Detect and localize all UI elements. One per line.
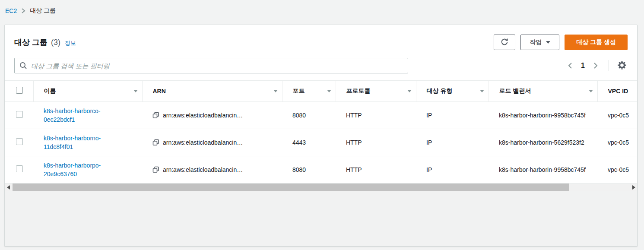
scrollbar-thumb[interactable] bbox=[13, 184, 569, 191]
protocol-value: HTTP bbox=[336, 129, 416, 156]
column-header-target-type[interactable]: 대상 유형 bbox=[416, 81, 489, 101]
search-input[interactable] bbox=[14, 58, 408, 73]
panel-footer-space bbox=[5, 191, 637, 246]
chevron-left-icon bbox=[567, 62, 573, 69]
item-count: (3) bbox=[51, 38, 60, 47]
table-row: k8s-harbor-harborpo-20e9c63760 arn:aws:e… bbox=[5, 156, 637, 183]
scroll-right-button[interactable] bbox=[630, 184, 637, 191]
refresh-icon bbox=[500, 38, 509, 47]
column-label: 프로토콜 bbox=[346, 87, 371, 95]
column-label: 포트 bbox=[293, 87, 305, 95]
next-page-button[interactable] bbox=[591, 60, 600, 71]
sort-icon bbox=[407, 90, 412, 92]
table-row: k8s-harbor-harborno-11dc8f4f01 arn:aws:e… bbox=[5, 129, 637, 156]
port-value: 4443 bbox=[282, 129, 336, 156]
copy-icon bbox=[152, 139, 159, 146]
column-label: 대상 유형 bbox=[427, 87, 453, 95]
target-group-name-link[interactable]: k8s-harbor-harborpo-20e9c63760 bbox=[44, 161, 124, 178]
copy-arn-button[interactable] bbox=[152, 139, 159, 146]
triangle-left-icon bbox=[7, 185, 10, 190]
vpc-id-value: vpc-0c5 bbox=[608, 166, 629, 173]
sort-icon bbox=[133, 90, 138, 92]
breadcrumb-current: 대상 그룹 bbox=[30, 7, 56, 15]
row-checkbox[interactable] bbox=[16, 138, 23, 145]
load-balancer-value: k8s-harbor-harborin-9958bc745f bbox=[499, 165, 586, 174]
sort-icon bbox=[327, 90, 331, 92]
pagination: 1 bbox=[565, 60, 628, 72]
sort-icon bbox=[589, 90, 593, 92]
sort-icon bbox=[480, 90, 484, 92]
column-header-arn[interactable]: ARN bbox=[142, 81, 282, 101]
row-checkbox[interactable] bbox=[16, 111, 23, 118]
gear-icon bbox=[617, 60, 627, 71]
column-header-port[interactable]: 포트 bbox=[282, 81, 336, 101]
copy-icon bbox=[152, 112, 159, 119]
sort-icon bbox=[273, 90, 278, 92]
vpc-id-value: vpc-0c5 bbox=[608, 112, 629, 119]
triangle-right-icon bbox=[632, 185, 635, 190]
copy-arn-button[interactable] bbox=[152, 166, 159, 173]
table-header-row: 이름 ARN 포트 프로토콜 대상 유형 로드 밸런서 VPC ID bbox=[5, 81, 637, 101]
target-group-name-link[interactable]: k8s-harbor-harborco-0ec22bdcf1 bbox=[44, 107, 124, 124]
target-type-value: IP bbox=[416, 101, 489, 129]
info-link[interactable]: 정보 bbox=[65, 39, 76, 47]
chevron-right-icon bbox=[21, 8, 25, 14]
horizontal-scrollbar bbox=[5, 183, 637, 191]
scrollbar-track[interactable] bbox=[12, 184, 630, 191]
column-header-protocol[interactable]: 프로토콜 bbox=[336, 81, 416, 101]
column-label: ARN bbox=[153, 88, 166, 95]
target-groups-panel: 대상 그룹 (3) 정보 작업 대상 그룹 생성 bbox=[4, 25, 638, 247]
port-value: 8080 bbox=[282, 156, 336, 183]
target-group-name-link[interactable]: k8s-harbor-harborno-11dc8f4f01 bbox=[44, 134, 124, 151]
breadcrumb: EC2 대상 그룹 bbox=[0, 0, 644, 15]
load-balancer-value: k8s-harbor-harborin-9958bc745f bbox=[499, 111, 586, 120]
divider bbox=[608, 60, 609, 71]
arn-value: arn:aws:elasticloadbalancin… bbox=[163, 166, 243, 173]
column-label: VPC ID bbox=[608, 88, 628, 95]
search-icon bbox=[19, 62, 27, 71]
load-balancer-value: k8s-harbor-harborin-5629f523f2 bbox=[499, 138, 584, 147]
chevron-right-icon bbox=[593, 62, 599, 69]
table-row: k8s-harbor-harborco-0ec22bdcf1 arn:aws:e… bbox=[5, 101, 637, 129]
port-value: 8080 bbox=[282, 101, 336, 129]
chevron-down-icon bbox=[546, 41, 550, 44]
protocol-value: HTTP bbox=[336, 101, 416, 129]
column-label: 이름 bbox=[44, 87, 56, 95]
breadcrumb-link-ec2[interactable]: EC2 bbox=[5, 7, 17, 14]
column-header-name[interactable]: 이름 bbox=[33, 81, 142, 101]
column-header-vpc-id[interactable]: VPC ID bbox=[597, 81, 637, 101]
current-page[interactable]: 1 bbox=[577, 62, 588, 70]
row-checkbox[interactable] bbox=[16, 165, 23, 172]
page-title: 대상 그룹 bbox=[14, 37, 48, 47]
actions-button-label: 작업 bbox=[530, 38, 542, 46]
target-type-value: IP bbox=[416, 156, 489, 183]
actions-button[interactable]: 작업 bbox=[520, 35, 559, 50]
arn-value: arn:aws:elasticloadbalancin… bbox=[163, 112, 243, 119]
settings-button[interactable] bbox=[616, 60, 628, 72]
column-label: 로드 밸런서 bbox=[499, 87, 531, 95]
vpc-id-value: vpc-0c5 bbox=[608, 139, 629, 146]
refresh-button[interactable] bbox=[494, 35, 515, 50]
previous-page-button[interactable] bbox=[565, 60, 575, 71]
target-type-value: IP bbox=[416, 129, 489, 156]
panel-header: 대상 그룹 (3) 정보 작업 대상 그룹 생성 bbox=[5, 25, 637, 50]
copy-arn-button[interactable] bbox=[152, 112, 159, 119]
copy-icon bbox=[152, 166, 159, 173]
toolbar: 1 bbox=[5, 50, 637, 80]
create-target-group-button[interactable]: 대상 그룹 생성 bbox=[565, 35, 628, 50]
target-groups-table: 이름 ARN 포트 프로토콜 대상 유형 로드 밸런서 VPC ID k8s-h… bbox=[5, 80, 637, 183]
scroll-left-button[interactable] bbox=[5, 184, 12, 191]
select-all-checkbox[interactable] bbox=[16, 87, 23, 94]
protocol-value: HTTP bbox=[336, 156, 416, 183]
column-header-load-balancer[interactable]: 로드 밸런서 bbox=[489, 81, 597, 101]
arn-value: arn:aws:elasticloadbalancin… bbox=[163, 139, 243, 146]
